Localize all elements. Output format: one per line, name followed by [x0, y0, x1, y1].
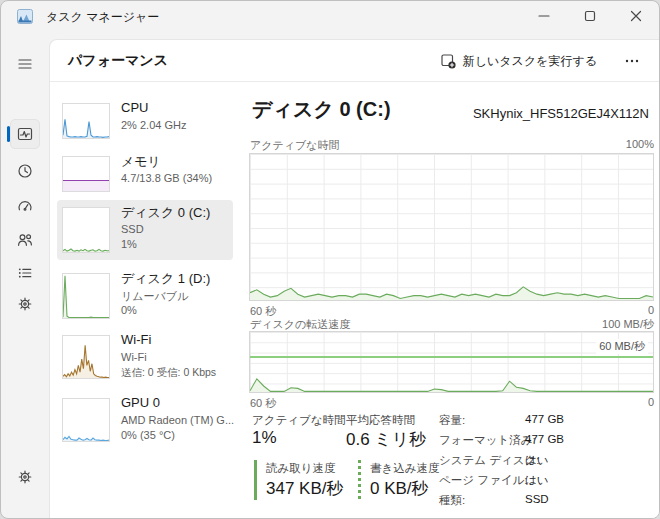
- detail-value: はい: [525, 473, 549, 488]
- response-time-stat-value: 0.6 ミリ秒: [346, 428, 426, 451]
- chart2-max-label: 100 MB/秒: [602, 317, 654, 332]
- more-icon: [623, 52, 641, 70]
- detail-row-formatted: フォーマット済み: 477 GB: [439, 433, 564, 448]
- chart2-x-left: 60 秒: [250, 396, 276, 411]
- perf-item-usage: 0%: [121, 304, 137, 316]
- disk0-mini-chart: [62, 207, 110, 253]
- detail-value: はい: [525, 453, 549, 468]
- performance-icon: [16, 125, 34, 143]
- settings-button[interactable]: [10, 462, 40, 492]
- window-controls: [521, 1, 659, 31]
- transfer-rate-chart: 60 MB/秒: [249, 331, 654, 393]
- run-new-task-label: 新しいタスクを実行する: [463, 53, 597, 70]
- maximize-button[interactable]: [567, 1, 613, 31]
- chart2-header-row: ディスクの転送速度 100 MB/秒: [250, 317, 654, 332]
- write-speed-value: 0 KB/秒: [370, 477, 429, 500]
- users-icon: [16, 231, 34, 249]
- app-icon: [17, 9, 33, 24]
- perf-item-subtitle: AMD Radeon (TM) G...: [121, 414, 234, 426]
- perf-item-disk0-selected[interactable]: ディスク 0 (C:) SSD 1%: [57, 200, 233, 260]
- active-time-chart: [249, 153, 654, 301]
- read-speed-label: 読み取り速度: [266, 461, 336, 476]
- perf-item-title: ディスク 0 (C:): [121, 204, 210, 222]
- window-title: タスク マネージャー: [46, 9, 159, 26]
- write-speed-label: 書き込み速度: [370, 461, 440, 476]
- scale-marker-label: 60 MB/秒: [596, 339, 648, 354]
- chart1-max-label: 100%: [626, 138, 654, 153]
- detail-value: 477 GB: [525, 413, 564, 428]
- titlebar: タスク マネージャー: [1, 1, 659, 31]
- perf-item-disk1[interactable]: ディスク 1 (D:) リムーバブル 0%: [57, 266, 233, 322]
- chart1-header-row: アクティブな時間 100%: [250, 138, 654, 153]
- close-icon: [627, 7, 645, 25]
- chart2-label: ディスクの転送速度: [250, 317, 350, 332]
- perf-item-cpu[interactable]: CPU 2% 2.04 GHz: [57, 96, 233, 146]
- task-manager-window: タスク マネージャー: [0, 0, 660, 519]
- perf-item-usage: 送信: 0 受信: 0 Kbps: [121, 366, 216, 380]
- perf-item-title: ディスク 1 (D:): [121, 270, 210, 288]
- chart1-label: アクティブな時間: [250, 138, 340, 153]
- detail-label: ページ ファイル:: [439, 473, 525, 488]
- active-time-stat-value: 1%: [252, 428, 277, 448]
- perf-item-title: CPU: [121, 100, 148, 115]
- sidebar-item-details[interactable]: [10, 258, 40, 288]
- perf-item-subtitle: Wi-Fi: [121, 351, 147, 363]
- new-task-icon: [440, 53, 456, 69]
- detail-row-page-file: ページ ファイル: はい: [439, 473, 564, 488]
- run-new-task-button[interactable]: 新しいタスクを実行する: [430, 47, 607, 75]
- response-time-stat-label: 平均応答時間: [346, 413, 415, 428]
- hamburger-icon: [16, 55, 34, 73]
- settings-gear-icon: [16, 468, 34, 486]
- disk-device-name: SKHynix_HFS512GEJ4X112N: [473, 106, 649, 123]
- sidebar-item-performance[interactable]: [10, 119, 40, 149]
- sidebar-item-startup-apps[interactable]: [10, 191, 40, 221]
- detail-value: 477 GB: [525, 433, 564, 448]
- perf-item-gpu[interactable]: GPU 0 AMD Radeon (TM) G... 0% (35 °C): [57, 391, 233, 447]
- gpu-mini-chart: [62, 398, 110, 442]
- active-time-series: [250, 154, 653, 300]
- content-card: パフォーマンス 新しいタスクを実行する CPU 2% 2.04 GHz: [49, 39, 659, 518]
- memory-mini-chart: [62, 156, 110, 192]
- perf-item-usage: 1%: [121, 238, 137, 250]
- startup-apps-icon: [16, 197, 34, 215]
- detail-row-type: 種類: SSD: [439, 493, 564, 508]
- perf-item-title: メモリ: [121, 153, 161, 171]
- disk-details-list: 容量: 477 GB フォーマット済み: 477 GB システム ディスク: は…: [439, 413, 564, 508]
- perf-item-subtitle: 4.7/13.8 GB (34%): [121, 172, 212, 184]
- perf-item-title: GPU 0: [121, 395, 160, 410]
- perf-item-title: Wi-Fi: [121, 332, 151, 347]
- perf-item-memory[interactable]: メモリ 4.7/13.8 GB (34%): [57, 149, 233, 199]
- sidebar-item-users[interactable]: [10, 225, 40, 255]
- hamburger-menu-button[interactable]: [10, 49, 40, 79]
- details-icon: [16, 264, 34, 282]
- read-speed-value: 347 KB/秒: [266, 477, 344, 500]
- perf-item-subtitle: リムーバブル: [121, 289, 188, 304]
- detail-row-capacity: 容量: 477 GB: [439, 413, 564, 428]
- perf-item-subtitle: SSD: [121, 223, 144, 235]
- perf-item-wifi[interactable]: Wi-Fi Wi-Fi 送信: 0 受信: 0 Kbps: [57, 328, 233, 384]
- close-button[interactable]: [613, 1, 659, 31]
- chart2-x-right: 0: [648, 396, 654, 411]
- perf-item-usage: 0% (35 °C): [121, 429, 175, 441]
- services-icon: [16, 295, 34, 313]
- cpu-mini-chart: [62, 103, 110, 139]
- read-speed-legend-bar: [254, 460, 257, 500]
- disk-title: ディスク 0 (C:): [252, 96, 391, 123]
- detail-row-system-disk: システム ディスク: はい: [439, 453, 564, 468]
- more-options-button[interactable]: [615, 47, 649, 75]
- active-time-stat-label: アクティブな時間: [252, 413, 346, 428]
- detail-label: システム ディスク:: [439, 453, 525, 468]
- detail-label: 容量:: [439, 413, 525, 428]
- app-history-icon: [16, 162, 34, 180]
- page-header: パフォーマンス 新しいタスクを実行する: [50, 40, 659, 82]
- maximize-icon: [581, 7, 599, 25]
- chart2-xaxis-row: 60 秒 0: [250, 396, 654, 411]
- sidebar-item-app-history[interactable]: [10, 156, 40, 186]
- sidebar-item-services[interactable]: [10, 289, 40, 319]
- wifi-mini-chart: [62, 335, 110, 379]
- detail-label: フォーマット済み:: [439, 433, 525, 448]
- minimize-button[interactable]: [521, 1, 567, 31]
- scale-marker-line: [250, 356, 653, 358]
- disk1-mini-chart: [62, 273, 110, 319]
- write-speed-legend-bar: [358, 460, 361, 500]
